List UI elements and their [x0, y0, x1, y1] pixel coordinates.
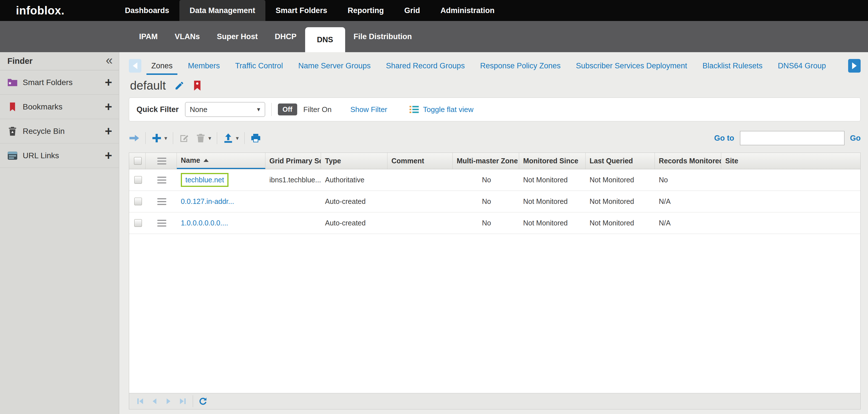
- row-checkbox[interactable]: [134, 176, 142, 184]
- subnav-file-distribution[interactable]: File Distribution: [345, 32, 421, 41]
- column-header-name[interactable]: Name: [177, 153, 266, 169]
- annotation-highlight-box: techblue.net: [181, 173, 228, 187]
- bookmark-flag-icon[interactable]: [193, 80, 202, 91]
- hamburger-menu-icon[interactable]: [157, 176, 166, 184]
- subnav-super-host[interactable]: Super Host: [208, 32, 266, 41]
- row-menu-cell: [146, 176, 177, 184]
- divider: [145, 132, 146, 144]
- divider: [271, 103, 272, 116]
- caret-down-icon: ▾: [236, 135, 239, 141]
- cell-last-queried: Not Monitored: [586, 219, 655, 227]
- select-all-checkbox[interactable]: [134, 157, 142, 165]
- first-page-button[interactable]: [136, 397, 145, 406]
- cell-monitored-since: Not Monitored: [519, 176, 586, 184]
- filter-toggle-badge[interactable]: Off: [278, 104, 297, 115]
- table-row: 0.0.127.in-addr... Auto-created No Not M…: [129, 191, 860, 212]
- topnav-dashboards[interactable]: Dashboards: [115, 0, 179, 21]
- print-button[interactable]: [250, 133, 261, 143]
- caret-down-icon: ▾: [208, 135, 211, 141]
- divider: [173, 132, 173, 144]
- toggle-flat-view-link[interactable]: Toggle flat view: [409, 105, 473, 114]
- cell-multi-master-zone: No: [453, 197, 519, 206]
- sidebar-item-smart-folders[interactable]: Smart Folders +: [0, 70, 119, 95]
- edit-pencil-icon[interactable]: [174, 80, 185, 91]
- cell-name: 1.0.0.0.0.0.0....: [177, 219, 266, 227]
- subnav-ipam[interactable]: IPAM: [130, 32, 166, 41]
- sidebar-item-url-links[interactable]: URL Links +: [0, 143, 119, 168]
- tab-shared-record-groups[interactable]: Shared Record Groups: [378, 56, 473, 75]
- sidebar-item-label: Bookmarks: [23, 102, 100, 111]
- quick-filter-label: Quick Filter: [136, 105, 179, 114]
- row-checkbox[interactable]: [134, 198, 142, 205]
- show-filter-link[interactable]: Show Filter: [350, 105, 387, 114]
- topnav-reporting[interactable]: Reporting: [338, 0, 394, 21]
- tabs: Zones Members Traffic Control Name Serve…: [144, 56, 846, 75]
- column-header-comment[interactable]: Comment: [388, 153, 453, 169]
- add-url-link-button[interactable]: +: [105, 149, 112, 162]
- column-header-monitored-since[interactable]: Monitored Since: [519, 153, 586, 169]
- column-header-type[interactable]: Type: [321, 153, 388, 169]
- tab-members[interactable]: Members: [180, 56, 228, 75]
- next-page-button[interactable]: [164, 397, 173, 406]
- tab-traffic-control[interactable]: Traffic Control: [228, 56, 291, 75]
- row-checkbox-cell: [129, 198, 146, 205]
- quick-filter-value: None: [190, 105, 208, 114]
- tab-blacklist-rulesets[interactable]: Blacklist Rulesets: [695, 56, 770, 75]
- cell-records-monitored: N/A: [655, 197, 721, 206]
- tab-response-policy-zones[interactable]: Response Policy Zones: [472, 56, 568, 75]
- row-menu-cell: [146, 198, 177, 205]
- hamburger-menu-icon[interactable]: [157, 158, 166, 165]
- refresh-button[interactable]: [199, 397, 207, 406]
- add-recycle-bin-button[interactable]: +: [105, 125, 112, 138]
- goto-input[interactable]: [740, 131, 844, 145]
- cell-type: Auto-created: [321, 219, 388, 227]
- sidebar-item-recycle-bin[interactable]: Recycle Bin +: [0, 119, 119, 143]
- row-checkbox-cell: [129, 219, 146, 227]
- row-checkbox[interactable]: [134, 219, 142, 227]
- tab-subscriber-services-deployment[interactable]: Subscriber Services Deployment: [568, 56, 695, 75]
- zone-name-link[interactable]: 0.0.127.in-addr...: [181, 197, 234, 205]
- topnav-smart-folders[interactable]: Smart Folders: [266, 0, 338, 21]
- table-row: 1.0.0.0.0.0.0.... Auto-created No Not Mo…: [129, 212, 860, 234]
- smart-folders-icon: [7, 78, 18, 87]
- quick-filter-select[interactable]: None ▾: [185, 102, 265, 117]
- finder-title: Finder: [7, 57, 106, 66]
- tab-zones[interactable]: Zones: [144, 56, 180, 75]
- hamburger-menu-icon[interactable]: [157, 219, 166, 227]
- edit-button[interactable]: [179, 133, 190, 143]
- main-area: Finder « Smart Folders + Bookmarks +: [0, 52, 868, 414]
- subnav-dns[interactable]: DNS: [305, 27, 345, 52]
- collapse-sidebar-icon[interactable]: «: [106, 54, 113, 66]
- tab-scroll-right-button[interactable]: [848, 59, 861, 73]
- open-arrow-icon[interactable]: [129, 133, 140, 143]
- sidebar-item-bookmarks[interactable]: Bookmarks +: [0, 95, 119, 119]
- last-page-button[interactable]: [179, 397, 187, 406]
- column-header-site[interactable]: Site: [721, 153, 860, 169]
- hamburger-menu-icon[interactable]: [157, 198, 166, 205]
- add-button[interactable]: ▾: [151, 133, 167, 143]
- tab-name-server-groups[interactable]: Name Server Groups: [291, 56, 378, 75]
- column-header-grid-primary-server[interactable]: Grid Primary Se...: [266, 153, 321, 169]
- topnav-grid[interactable]: Grid: [394, 0, 430, 21]
- go-button[interactable]: Go: [850, 134, 861, 143]
- column-header-multi-master-zone[interactable]: Multi-master Zone: [453, 153, 519, 169]
- cell-monitored-since: Not Monitored: [519, 197, 586, 206]
- zone-name-link[interactable]: 1.0.0.0.0.0.0....: [181, 219, 228, 227]
- topnav-data-management[interactable]: Data Management: [179, 0, 266, 21]
- cell-name: techblue.net: [177, 173, 266, 187]
- tab-scroll-left-button[interactable]: [129, 59, 142, 73]
- tab-dns64-group[interactable]: DNS64 Group: [770, 56, 834, 75]
- column-header-records-monitored[interactable]: Records Monitored: [655, 153, 721, 169]
- dns-tab-strip: Zones Members Traffic Control Name Serve…: [129, 56, 861, 75]
- add-smart-folder-button[interactable]: +: [105, 76, 112, 89]
- topnav-administration[interactable]: Administration: [430, 0, 505, 21]
- add-bookmark-button[interactable]: +: [105, 101, 112, 113]
- column-header-last-queried[interactable]: Last Queried: [586, 153, 655, 169]
- subnav-vlans[interactable]: VLANs: [166, 32, 209, 41]
- zone-name-link[interactable]: techblue.net: [185, 176, 224, 184]
- export-button[interactable]: ▾: [223, 133, 239, 143]
- table-toolbar: ▾ ▾ ▾ Go: [129, 128, 861, 148]
- previous-page-button[interactable]: [150, 397, 159, 406]
- delete-button[interactable]: ▾: [195, 133, 211, 143]
- subnav-dhcp[interactable]: DHCP: [266, 32, 305, 41]
